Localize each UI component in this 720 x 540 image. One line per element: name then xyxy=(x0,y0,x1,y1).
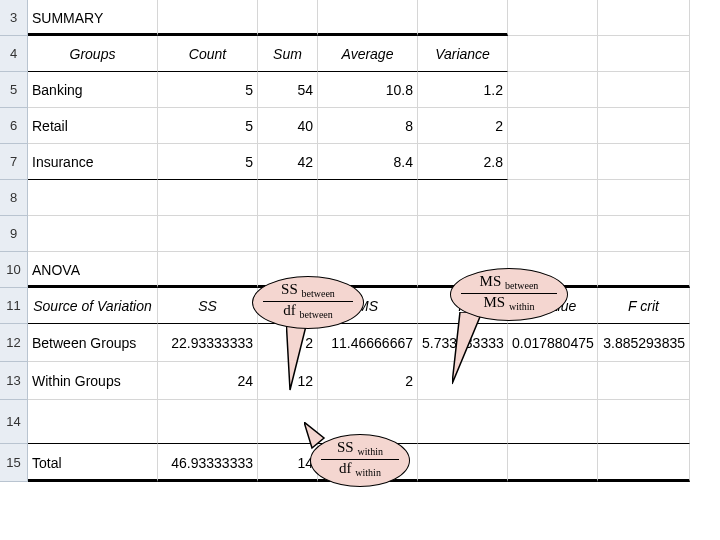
cell[interactable] xyxy=(418,216,508,252)
cell-ms[interactable]: 2 xyxy=(318,362,418,400)
header-sum[interactable]: Sum xyxy=(258,36,318,72)
callout-sub: between xyxy=(505,280,538,291)
callout-tail-icon xyxy=(452,312,492,392)
row-header-9[interactable]: 9 xyxy=(0,216,28,252)
cell[interactable] xyxy=(28,180,158,216)
cell-source[interactable]: Between Groups xyxy=(28,324,158,362)
row-header-13[interactable]: 13 xyxy=(0,362,28,400)
anova-title-cell[interactable]: ANOVA xyxy=(28,252,158,288)
cell[interactable] xyxy=(508,180,598,216)
cell-ms[interactable]: 11.46666667 xyxy=(318,324,418,362)
row-header-15[interactable]: 15 xyxy=(0,444,28,482)
cell[interactable] xyxy=(598,252,690,288)
header-count[interactable]: Count xyxy=(158,36,258,72)
cell-average[interactable]: 8 xyxy=(318,108,418,144)
cell-total-ss[interactable]: 46.93333333 xyxy=(158,444,258,482)
cell-ss[interactable]: 22.93333333 xyxy=(158,324,258,362)
row-header-14[interactable]: 14 xyxy=(0,400,28,444)
cell-group[interactable]: Banking xyxy=(28,72,158,108)
cell[interactable] xyxy=(598,72,690,108)
header-ss[interactable]: SS xyxy=(158,288,258,324)
cell-sum[interactable]: 42 xyxy=(258,144,318,180)
row-header-10[interactable]: 10 xyxy=(0,252,28,288)
cell[interactable] xyxy=(598,0,690,36)
cell-group[interactable]: Insurance xyxy=(28,144,158,180)
cell[interactable] xyxy=(28,216,158,252)
cell[interactable] xyxy=(158,216,258,252)
callout-ss-between: SS between df between xyxy=(252,276,364,329)
cell[interactable] xyxy=(598,400,690,444)
cell[interactable] xyxy=(158,0,258,36)
row-header-4[interactable]: 4 xyxy=(0,36,28,72)
cell-pvalue[interactable] xyxy=(508,362,598,400)
cell-pvalue[interactable]: 0.017880475 xyxy=(508,324,598,362)
cell[interactable] xyxy=(258,216,318,252)
cell-group[interactable]: Retail xyxy=(28,108,158,144)
cell[interactable] xyxy=(158,252,258,288)
callout-sub: within xyxy=(355,467,381,478)
cell[interactable] xyxy=(508,0,598,36)
callout-main: MS xyxy=(484,294,506,310)
cell[interactable] xyxy=(418,180,508,216)
cell[interactable] xyxy=(508,72,598,108)
cell[interactable] xyxy=(598,216,690,252)
cell[interactable] xyxy=(508,400,598,444)
cell[interactable] xyxy=(318,0,418,36)
cell[interactable] xyxy=(508,444,598,482)
header-variance[interactable]: Variance xyxy=(418,36,508,72)
spreadsheet-grid: 3 SUMMARY 4 Groups Count Sum Average Var… xyxy=(0,0,720,482)
callout-main: SS xyxy=(281,281,298,297)
row-header-6[interactable]: 6 xyxy=(0,108,28,144)
cell[interactable] xyxy=(508,108,598,144)
cell-ss[interactable]: 24 xyxy=(158,362,258,400)
cell[interactable] xyxy=(158,400,258,444)
cell[interactable] xyxy=(508,144,598,180)
row-header-12[interactable]: 12 xyxy=(0,324,28,362)
callout-main: df xyxy=(339,460,352,476)
row-header-7[interactable]: 7 xyxy=(0,144,28,180)
cell[interactable] xyxy=(258,180,318,216)
cell-total-label[interactable]: Total xyxy=(28,444,158,482)
header-average[interactable]: Average xyxy=(318,36,418,72)
row-header-5[interactable]: 5 xyxy=(0,72,28,108)
cell[interactable] xyxy=(508,36,598,72)
cell[interactable] xyxy=(418,400,508,444)
cell[interactable] xyxy=(598,144,690,180)
cell[interactable] xyxy=(258,0,318,36)
cell[interactable] xyxy=(598,180,690,216)
callout-frac-top: SS within xyxy=(321,439,399,457)
cell[interactable] xyxy=(318,216,418,252)
cell[interactable] xyxy=(418,444,508,482)
cell-fcrit[interactable]: 3.885293835 xyxy=(598,324,690,362)
callout-frac-bot: df within xyxy=(321,459,399,478)
summary-title-cell[interactable]: SUMMARY xyxy=(28,0,158,36)
callout-sub: within xyxy=(509,301,535,312)
cell[interactable] xyxy=(158,180,258,216)
cell-count[interactable]: 5 xyxy=(158,72,258,108)
header-groups[interactable]: Groups xyxy=(28,36,158,72)
cell[interactable] xyxy=(598,444,690,482)
header-source[interactable]: Source of Variation xyxy=(28,288,158,324)
row-header-3[interactable]: 3 xyxy=(0,0,28,36)
cell-variance[interactable]: 1.2 xyxy=(418,72,508,108)
cell[interactable] xyxy=(418,0,508,36)
cell-count[interactable]: 5 xyxy=(158,108,258,144)
callout-frac-bot: df between xyxy=(263,301,353,320)
header-fcrit[interactable]: F crit xyxy=(598,288,690,324)
cell-count[interactable]: 5 xyxy=(158,144,258,180)
cell-source[interactable]: Within Groups xyxy=(28,362,158,400)
cell-sum[interactable]: 40 xyxy=(258,108,318,144)
cell[interactable] xyxy=(508,216,598,252)
cell[interactable] xyxy=(598,36,690,72)
cell-variance[interactable]: 2.8 xyxy=(418,144,508,180)
cell-average[interactable]: 10.8 xyxy=(318,72,418,108)
cell-fcrit[interactable] xyxy=(598,362,690,400)
cell[interactable] xyxy=(28,400,158,444)
cell-sum[interactable]: 54 xyxy=(258,72,318,108)
cell-variance[interactable]: 2 xyxy=(418,108,508,144)
cell[interactable] xyxy=(598,108,690,144)
row-header-8[interactable]: 8 xyxy=(0,180,28,216)
row-header-11[interactable]: 11 xyxy=(0,288,28,324)
cell[interactable] xyxy=(318,180,418,216)
cell-average[interactable]: 8.4 xyxy=(318,144,418,180)
